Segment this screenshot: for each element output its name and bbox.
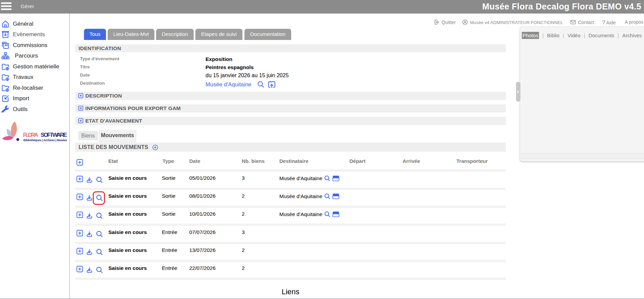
svg-text:Bibliothèques | Archives | Mus: Bibliothèques | Archives | Musées xyxy=(23,138,67,142)
svg-text:FLORA: FLORA xyxy=(23,132,38,138)
svg-text:SOFTWARE: SOFTWARE xyxy=(41,132,67,138)
